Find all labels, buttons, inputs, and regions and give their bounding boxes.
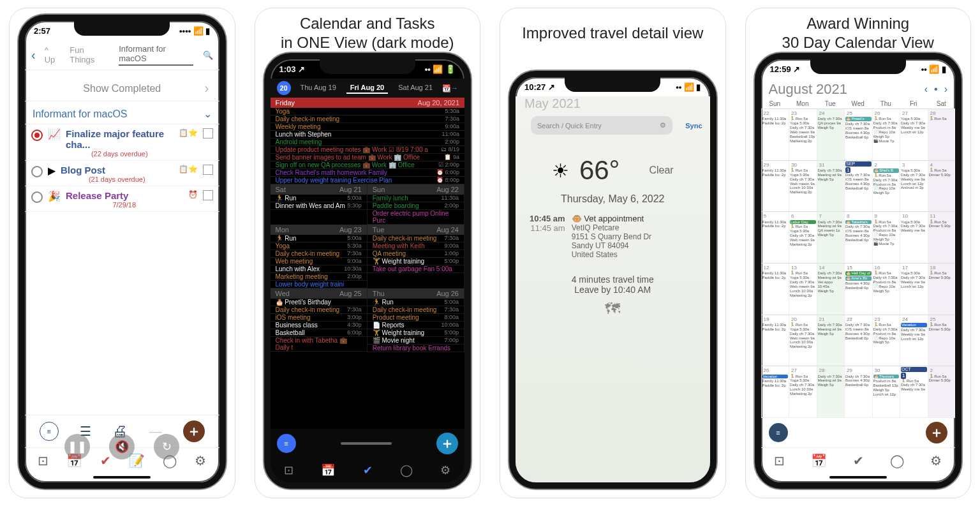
event-row[interactable]: 🏃 Run5:00a (271, 195, 367, 202)
sync-button[interactable]: Sync (685, 122, 702, 130)
task-section-header[interactable]: Informant for macOS ⌄ (25, 101, 219, 124)
month-title[interactable]: August 2021 (769, 81, 848, 98)
tab-focus-icon[interactable]: ⊡ (38, 453, 48, 468)
calendar-cell[interactable]: 11🏃 Run 5aDinner 5:30p (928, 212, 956, 263)
crumb-current[interactable]: Informant for macOS (119, 44, 193, 66)
calendar-cell[interactable]: 30🏃 Run 5aYoga 5:30aDaily ch 7:30aWeb me… (789, 161, 817, 212)
map-icon[interactable]: 🗺 (516, 300, 710, 318)
calendar-cell[interactable]: 3Yoga 5:30aDaily ch 7:30aWeekly me 9aLun… (900, 161, 928, 212)
calendar-cell[interactable]: 4🏃 Run 5aDinner 5:30p (928, 161, 956, 212)
event-row[interactable]: Lunch with Stephen11:00a (271, 131, 465, 138)
event-row[interactable]: Marketing meeting2:00p (271, 273, 367, 281)
tab-focus-icon[interactable]: ⊡ (774, 453, 785, 468)
menu-button[interactable]: ≡ (277, 434, 296, 453)
calendar-cell[interactable]: 16🏃 Run 5aDaily ch 7:30aProduct m 8a📄 Re… (872, 264, 900, 315)
event-row[interactable]: Update product meeting notes 💼 Work ☑ 8/… (271, 146, 465, 154)
calendar-cell[interactable]: 18🏃 Run 5aDinner 5:30p (928, 264, 956, 315)
calendar-cell[interactable]: 14Daily ch 7:30aMeeting wt 9aVet appo 10… (817, 264, 845, 315)
event-row[interactable]: Lower body weight traini (271, 281, 367, 288)
event-row[interactable]: Send banner images to ad team 💼 Work 🏢 O… (271, 154, 465, 161)
calendar-cell[interactable]: OCT1🏃 Run 5aDaily ch 7:30aWeekly me 9a (900, 366, 928, 417)
calendar-cell[interactable]: 10Yoga 5:30aDaily ch 7:30aWeekly me 9a (900, 212, 928, 263)
calendar-cell[interactable]: 23🏃 Run 5aYoga 5:30aDaily ch 7:30aWeb me… (789, 109, 817, 160)
tab-calendar-icon[interactable]: 📅 (811, 453, 827, 468)
calendar-cell[interactable]: 27Yoga 5:30aDaily ch 7:30aWeekly me 9aLu… (900, 109, 928, 160)
event-row[interactable]: Meeting with Keith9:00a (368, 242, 464, 250)
today-badge[interactable]: 20 (277, 81, 291, 95)
event-row[interactable]: Yoga5:30a (271, 242, 367, 250)
day-tab[interactable]: Thu Aug 19 (297, 82, 340, 94)
calendar-cell[interactable]: 22Family 11:30aPaddle bo: 2p (761, 109, 789, 160)
event-row[interactable]: Check Rachel's math homework Family⏰ 6:0… (271, 169, 465, 177)
menu-button[interactable]: ≡ (40, 422, 59, 441)
calendar-cell[interactable]: 29Daily ch 7:30aBusines 4:30pBasketball … (844, 366, 872, 417)
calendar-cell[interactable]: 8🎂 Tabetha'sDaily ch 7:30aiOS meetn 8aBu… (844, 212, 872, 263)
show-completed-row[interactable]: Show Completed (25, 70, 219, 101)
task-row[interactable]: 📈 Finalize major feature cha... (22 days… (25, 124, 219, 161)
event-row[interactable]: Web meeting9:00a (271, 258, 367, 265)
task-checkbox[interactable] (203, 128, 213, 138)
day-tab[interactable]: Sat Aug 21 (394, 82, 436, 94)
task-checkbox[interactable] (203, 165, 213, 175)
event-row[interactable]: Daily check-in meeting7:30a (368, 306, 464, 314)
event-row[interactable]: 🏋 Weight training5:00p (368, 329, 464, 337)
event-row[interactable]: 🏃 Run5:00a (271, 235, 367, 242)
crumb-up[interactable]: ^ Up (45, 45, 61, 64)
calendar-cell[interactable]: 25🎂 Preeti'sDaily ch 7:30aiOS meetn 8aBu… (844, 109, 872, 160)
tab-tasks-icon[interactable]: ✔ (363, 463, 373, 477)
calendar-cell[interactable]: 17Yoga 5:30aDaily ch 7:30aWeekly me 9aLu… (900, 264, 928, 315)
event-row[interactable]: Daily check-in meeting7:30a (271, 306, 367, 314)
calendar-cell[interactable]: 23🏃 Run 5aDaily ch 7:30aProduct m 8a📄 Re… (872, 315, 900, 366)
gear-icon[interactable]: ⚙ (660, 121, 666, 130)
back-button[interactable]: ‹ (31, 48, 36, 63)
prev-month[interactable]: ‹ (924, 84, 928, 95)
calendar-cell[interactable]: 24VacationDaily ch 7:30aWeekly me 9aLunc… (900, 315, 928, 366)
crumb-fun[interactable]: Fun Things (70, 45, 110, 64)
tab-settings-icon[interactable]: ⚙ (195, 453, 206, 468)
calendar-cell[interactable]: 13🏃 Run 5aYoga 5:30aDaily ch 7:30aWeb me… (789, 264, 817, 315)
calendar-cell[interactable]: 30🎂 Thoma'sProduct m 8aBasketball 13pWei… (872, 366, 900, 417)
event-row[interactable]: Family lunch11:30a (368, 195, 464, 202)
search-icon[interactable]: 🔍 (203, 50, 213, 60)
tab-calendar-icon[interactable]: 📅 (321, 463, 335, 477)
calendar-cell[interactable]: 5Family 11:30aPaddle bo: 2p (761, 212, 789, 263)
mute-button[interactable]: 🔇 (109, 434, 135, 459)
add-button[interactable]: ＋ (926, 422, 947, 443)
event-row[interactable]: Product meeting8:00a (368, 314, 464, 322)
task-row[interactable]: ▶ Blog Post (21 days overdue) 📋⭐ (25, 161, 219, 186)
event-row[interactable]: Return library book Errands (368, 345, 464, 352)
task-row[interactable]: 🎉 Release Party 7/29/18 ⏰ (25, 186, 219, 212)
event-row[interactable]: Business class4:30p (271, 322, 367, 329)
add-button[interactable]: ＋ (436, 433, 458, 454)
tab-tasks-icon[interactable]: ✔ (853, 453, 864, 468)
tab-contacts-icon[interactable]: ◯ (890, 453, 904, 468)
event-row[interactable]: Lunch with Alex10:30a (271, 265, 367, 273)
add-button[interactable]: ＋ (183, 420, 205, 442)
event-row[interactable]: Basketball6:00p (271, 329, 367, 337)
event-row[interactable]: Android meeting2:00p (271, 138, 465, 146)
tab-contacts-icon[interactable]: ◯ (400, 463, 413, 477)
calendar-cell[interactable]: 29Family 11:30aPaddle bo: 2p (761, 161, 789, 212)
task-checkbox[interactable] (203, 190, 213, 200)
event-row[interactable]: Weekly meeting9:00a (271, 123, 465, 131)
task-radio[interactable] (31, 130, 43, 141)
calendar-cell[interactable]: 31Daily ch 7:30aMeeting wt 9aWeigh 5p (817, 161, 845, 212)
calendar-cell[interactable]: 28Daily ch 7:30aMeeting wt 9aWeigh 5p (817, 366, 845, 417)
event-row[interactable]: 📄 Reports10:00a (368, 322, 464, 329)
calendar-cell[interactable]: 19Family 11:30aPaddle bo: 2p (761, 315, 789, 366)
calendar-cell[interactable]: 9🏃 Run 5aDaily ch 7:30aProduct m 8a📄 Rep… (872, 212, 900, 263)
calendar-cell[interactable]: 21Daily ch 7:30aMeeting wt 9aWeigh 5p (817, 315, 845, 366)
event-row[interactable]: Paddle boarding2:00p (368, 202, 464, 210)
calendar-cell[interactable]: 6Labor Day🏃 Run 5aYoga 5:30aDaily ch 7:3… (789, 212, 817, 263)
tab-settings-icon[interactable]: ⚙ (440, 463, 450, 477)
event-row[interactable]: iOS meeting3:00p (271, 314, 367, 322)
event-row[interactable]: 🏃 Run5:00a (368, 299, 464, 306)
calendar-grid[interactable]: 22Family 11:30aPaddle bo: 2p23🏃 Run 5aYo… (761, 108, 956, 417)
calendar-cell[interactable]: 26🏃 Run 5aDaily ch 7:30aProduct m 8a📄 Re… (872, 109, 900, 160)
search-input[interactable]: Search / Quick Entry ⚙ (531, 116, 672, 135)
event-row[interactable]: Sign off on new QA processes 💼 Work 🏢 Of… (271, 161, 465, 169)
event-row[interactable]: 🎬 Movie night7:00p (368, 337, 464, 345)
event-row[interactable]: Take out garbage Fan 5:00a (368, 265, 464, 273)
menu-button[interactable]: ≡ (769, 423, 788, 442)
calendar-cell[interactable]: 15🎂 Hali Day of I🎂 Aine's BirBusines 4:3… (844, 264, 872, 315)
